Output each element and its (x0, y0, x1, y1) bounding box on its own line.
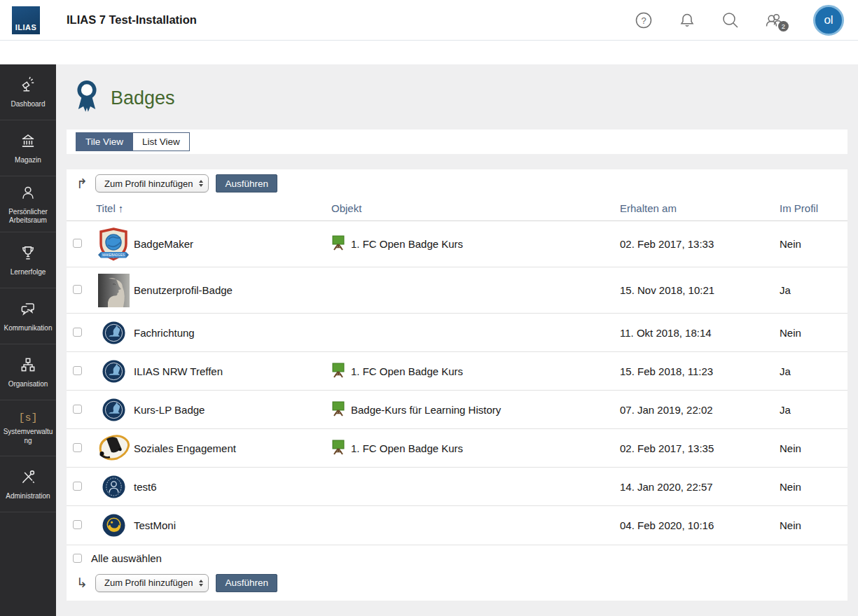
in-profile-value: Ja (774, 391, 847, 429)
crossed-tools-icon (19, 468, 37, 489)
sidebar-item-magazin[interactable]: Magazin (0, 120, 56, 176)
view-tabs: Tile ViewList View (67, 130, 847, 154)
badge-title: ILIAS NRW Treffen (134, 365, 223, 377)
received-date: 02. Feb 2017, 13:33 (614, 221, 774, 267)
members-icon[interactable]: 2 (764, 10, 784, 30)
header-checkbox-col (67, 198, 90, 221)
in-profile-value: Nein (774, 429, 847, 468)
search-icon[interactable] (721, 10, 740, 30)
course-icon (331, 440, 345, 457)
svg-text:MAKEBADGES: MAKEBADGES (102, 253, 125, 257)
help-icon[interactable]: ? (634, 10, 653, 30)
execute-button[interactable]: Ausführen (216, 174, 277, 192)
badges-panel: ↱ Zum Profil hinzufügen Ausführen Titel↑… (67, 169, 847, 601)
row-checkbox[interactable] (73, 405, 82, 414)
received-date: 04. Feb 2020, 10:16 (614, 506, 774, 545)
received-date: 02. Feb 2017, 13:35 (614, 429, 774, 468)
ilias-logo-text: ILIAS (15, 23, 37, 34)
received-date: 15. Nov 2018, 10:21 (614, 267, 774, 314)
badge-title: Soziales Engagement (134, 442, 236, 454)
in-profile-value: Ja (774, 267, 847, 314)
badge-image: MAKEBADGES (96, 227, 131, 261)
row-checkbox[interactable] (73, 285, 82, 294)
dashboard-lamp-icon (19, 76, 37, 97)
trophy-icon (19, 244, 37, 265)
table-row: ILIAS NRW Treffen 1. FC Open Badge Kurs … (67, 352, 847, 391)
notifications-bell-icon[interactable] (677, 10, 697, 30)
avatar-initials: ol (824, 13, 833, 27)
badge-image (96, 360, 131, 383)
object-link[interactable]: 1. FC Open Badge Kurs (351, 238, 463, 250)
sidebar-item-kommunikation[interactable]: Kommunikation (0, 288, 56, 344)
chat-bubbles-icon (19, 300, 37, 321)
object-link[interactable]: 1. FC Open Badge Kurs (351, 365, 463, 377)
badge-title: BadgeMaker (134, 238, 193, 250)
row-checkbox[interactable] (73, 520, 82, 529)
table-row: Fachrichtung 11. Okt 2018, 18:14 Nein (67, 314, 847, 352)
badge-image (96, 398, 131, 421)
tab-tile-view[interactable]: Tile View (76, 132, 133, 151)
table-row: Benutzerprofil-Badge 15. Nov 2018, 10:21… (67, 267, 847, 314)
user-avatar[interactable]: ol (813, 5, 844, 36)
sort-asc-icon: ↑ (118, 202, 124, 214)
object-link[interactable]: 1. FC Open Badge Kurs (351, 442, 463, 454)
object-link[interactable]: Badge-Kurs für Learning History (351, 404, 501, 416)
select-stepper-icon (199, 180, 203, 187)
badge-title: TestMoni (134, 519, 176, 531)
main-sidebar: Dashboard Magazin Persönlicher Arbeitsra… (0, 64, 56, 616)
row-checkbox[interactable] (73, 366, 82, 375)
repository-building-icon (19, 132, 37, 153)
bottom-action-bar: ↳ Zum Profil hinzufügen Ausführen (67, 571, 847, 599)
apply-to-selection-up-icon: ↱ (76, 176, 88, 192)
profile-action-select[interactable]: Zum Profil hinzufügen (95, 174, 209, 192)
sidebar-item-administration[interactable]: Administration (0, 456, 56, 512)
badge-image (96, 433, 131, 463)
table-row: TestMoni 04. Feb 2020, 10:16 Nein (67, 506, 847, 545)
column-header-titel[interactable]: Titel↑ (90, 198, 326, 221)
row-checkbox[interactable] (73, 482, 82, 491)
sidebar-item-systemverwaltung[interactable]: [s] Systemverwaltung (0, 400, 56, 456)
course-icon (331, 363, 345, 380)
sidebar-item-organisation[interactable]: Organisation (0, 344, 56, 400)
column-header-improfil[interactable]: Im Profil (774, 198, 847, 221)
installation-title: ILIAS 7 Test-Installation (67, 13, 197, 27)
badge-award-icon (74, 79, 100, 117)
row-checkbox[interactable] (73, 328, 82, 337)
badge-title: Kurs-LP Badge (134, 404, 205, 416)
top-action-bar: ↱ Zum Profil hinzufügen Ausführen (67, 169, 847, 198)
badge-image (96, 321, 131, 344)
main-content: Badges Tile ViewList View ↱ Zum Profil h… (56, 64, 858, 616)
sidebar-item-dashboard[interactable]: Dashboard (0, 64, 56, 120)
select-value: Zum Profil hinzufügen (104, 178, 193, 189)
select-value: Zum Profil hinzufügen (104, 578, 193, 588)
profile-action-select-bottom[interactable]: Zum Profil hinzufügen (95, 574, 209, 592)
sidebar-item-pers-nlicher-arbeitsraum[interactable]: Persönlicher Arbeitsraum (0, 176, 56, 232)
person-icon (19, 183, 37, 204)
column-header-erhalten[interactable]: Erhalten am (614, 198, 774, 221)
page-title: Badges (111, 88, 175, 109)
badge-title: Fachrichtung (134, 327, 195, 339)
received-date: 07. Jan 2019, 22:02 (614, 391, 774, 429)
in-profile-value: Ja (774, 352, 847, 391)
badge-title: test6 (134, 481, 157, 493)
course-icon (331, 235, 345, 253)
received-date: 15. Feb 2018, 11:23 (614, 352, 774, 391)
received-date: 14. Jan 2020, 22:57 (614, 468, 774, 506)
badge-title: Benutzerprofil-Badge (134, 284, 233, 296)
ilias-logo[interactable]: ILIAS (12, 6, 40, 34)
table-row: test6 14. Jan 2020, 22:57 Nein (67, 468, 847, 506)
execute-button-bottom[interactable]: Ausführen (216, 574, 277, 592)
row-checkbox[interactable] (73, 239, 82, 248)
row-checkbox[interactable] (73, 443, 82, 452)
select-all-row: Alle auswählen (67, 545, 847, 571)
table-row: Kurs-LP Badge Badge-Kurs für Learning Hi… (67, 391, 847, 429)
select-all-checkbox[interactable] (73, 554, 82, 563)
org-chart-icon (19, 356, 37, 377)
badge-image (96, 274, 131, 307)
column-header-objekt[interactable]: Objekt (326, 198, 614, 221)
select-all-label: Alle auswählen (91, 552, 162, 564)
tab-list-view[interactable]: List View (133, 132, 190, 151)
select-stepper-icon (199, 580, 203, 587)
members-count-badge: 2 (778, 21, 789, 31)
sidebar-item-lernerfolge[interactable]: Lernerfolge (0, 232, 56, 288)
